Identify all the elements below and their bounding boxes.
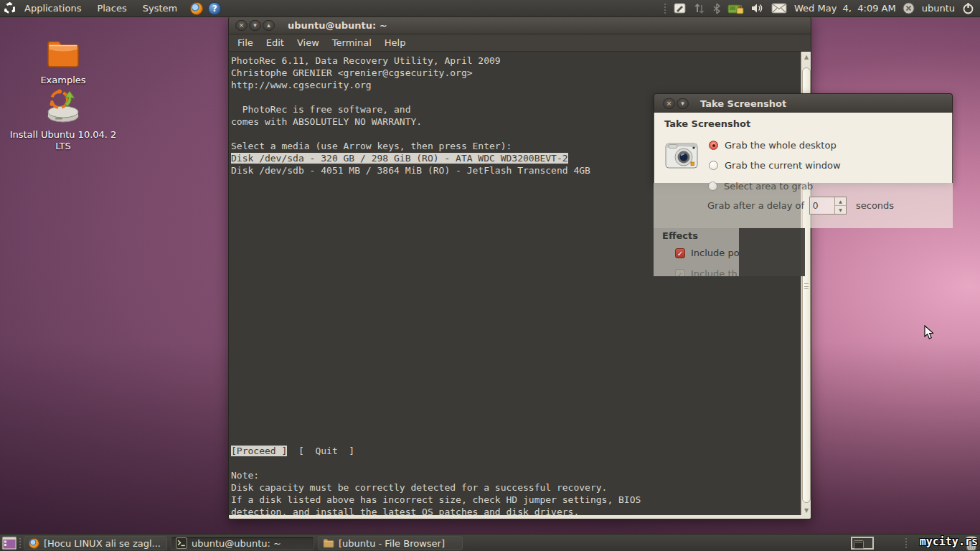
desktop-icon-examples[interactable]: Examples [20,39,106,86]
terminal-line: http://www.cgsecurity.org [231,79,372,91]
menu-file[interactable]: File [231,35,260,50]
maximize-icon[interactable]: ▴ [263,20,275,31]
taskbar-item-label: ubuntu@ubuntu: ~ [192,538,281,549]
camera-icon [665,141,699,169]
radio-icon[interactable] [708,182,717,191]
delay-spinbox[interactable]: ▲ ▼ [809,197,847,215]
radio-grab-whole-desktop[interactable]: Grab the whole desktop [709,140,837,151]
workspace-terminal-thumbnail [854,540,864,549]
terminal-line: Note: [231,469,259,481]
network-activity-icon[interactable] [693,2,706,15]
checkbox-include-pointer[interactable]: ✓ Include po [675,248,740,258]
firefox-icon [29,538,39,549]
delay-label: Grab after a delay of [654,200,804,211]
dialog-faded-section: Select area to grab Grab after a delay o… [654,183,953,228]
menu-view[interactable]: View [291,35,326,50]
checkbox-label: Include th [691,268,738,276]
terminal-line: Christophe GRENIER <grenier@cgsecurity.o… [231,67,473,79]
taskbar-item-label: [Hocu LINUX ali se zagl... [44,538,161,549]
firefox-launcher-icon[interactable] [190,2,203,15]
panel-grip[interactable] [905,538,908,548]
workspace-switcher[interactable] [851,537,874,550]
spin-down-icon[interactable]: ▼ [835,205,846,214]
terminal-line: Select a media (use Arrow keys, then pre… [231,140,512,152]
keyboard-indicator-icon[interactable] [674,2,687,15]
network-manager-icon[interactable] [727,2,745,15]
ubuntu-logo-icon[interactable] [3,2,16,15]
checkbox-checked-icon[interactable]: ✓ [675,269,685,277]
install-disk-icon [45,89,81,123]
terminal-line: Disk /dev/sda - 320 GB / 298 GiB (RO) - … [231,152,568,164]
scroll-up-icon[interactable]: ▲ [801,52,811,63]
dialog-titlebar[interactable]: × ▾ Take Screenshot [654,93,953,113]
terminal-titlebar[interactable]: × ▾ ▴ ubuntu@ubuntu: ~ [229,17,811,34]
mouse-cursor [924,325,936,341]
minimize-icon[interactable]: ▾ [677,98,689,109]
quit-button[interactable]: [ Quit ] [287,446,354,456]
spinner-buttons: ▲ ▼ [834,197,846,214]
dialog-title: Take Screenshot [700,98,786,109]
panel-grip[interactable] [19,538,22,548]
terminal-actions-row: [Proceed ] [ Quit ] [231,445,354,457]
delay-input[interactable] [810,197,834,214]
checkbox-checked-icon[interactable]: ✓ [675,248,685,258]
taskbar-item-file-browser[interactable]: [ubuntu - File Browser] [318,536,463,550]
menu-system[interactable]: System [136,1,184,16]
scrollbar-grip [804,283,809,289]
dialog-body: Take Screenshot Grab the whole desktop G… [654,113,953,183]
terminal-line: comes with ABSOLUTELY NO WARRANTY. [231,116,422,128]
terminal-line: PhotoRec is free software, and [231,103,410,116]
screenshot-dialog: × ▾ Take Screenshot Take Screenshot Grab… [654,93,953,183]
desktop-icon-label: Examples [20,75,106,86]
terminal-line: PhotoRec 6.11, Data Recovery Utility, Ap… [231,55,501,67]
power-session-icon[interactable] [961,2,974,15]
menu-terminal[interactable]: Terminal [326,35,378,50]
clock[interactable]: Wed May 4, 4:09 AM [794,3,896,14]
bluetooth-icon[interactable] [712,2,721,15]
disk-option-selected[interactable]: Disk /dev/sda - 320 GB / 298 GiB (RO) - … [231,153,568,164]
panel-menus: Applications Places System ? [0,1,221,16]
menu-applications[interactable]: Applications [17,1,88,16]
window-bottom-edge [229,515,811,519]
radio-label: Grab the whole desktop [725,140,837,151]
desktop-icon-label: Install Ubuntu 10.04. 2 LTS [2,129,124,152]
checkbox-include-border[interactable]: ✓ Include th [675,268,738,276]
show-desktop-button[interactable] [1,536,17,551]
effects-heading: Effects [662,230,698,241]
folder-icon [46,39,80,69]
close-icon[interactable]: × [663,98,675,109]
spin-up-icon[interactable]: ▲ [835,197,846,205]
radio-icon[interactable] [709,161,718,170]
menu-edit[interactable]: Edit [260,35,291,50]
menu-places[interactable]: Places [90,1,133,16]
help-launcher-icon[interactable]: ? [208,2,221,15]
delay-unit-label: seconds [856,200,894,211]
terminal-icon [176,537,187,549]
menu-help[interactable]: Help [378,35,413,50]
top-panel: Applications Places System ? Wed May 4, … [0,0,980,17]
watermark: mycity.rs [920,535,978,548]
panel-grip[interactable] [664,4,667,14]
desktop-icon-install-ubuntu[interactable]: Install Ubuntu 10.04. 2 LTS [2,89,124,152]
terminal-line: Disk capacity must be correctly detected… [231,481,607,494]
terminal-title: ubuntu@ubuntu: ~ [288,20,387,31]
radio-grab-current-window[interactable]: Grab the current window [709,160,841,171]
radio-label: Grab the current window [725,160,841,171]
radio-selected-icon[interactable] [709,141,718,150]
panel-indicators: Wed May 4, 4:09 AM ubuntu [664,2,980,15]
volume-icon[interactable] [751,2,764,15]
messages-envelope-icon[interactable] [771,2,788,15]
taskbar-item-label: [ubuntu - File Browser] [339,538,445,549]
disk-option[interactable]: Disk /dev/sdb - 4051 MB / 3864 MiB (RO) … [231,164,590,176]
username-menu[interactable]: ubuntu [922,3,955,14]
bottom-panel: [Hocu LINUX ali se zagl... ubuntu@ubuntu… [0,534,980,551]
radio-select-area[interactable]: Select area to grab [708,181,813,192]
close-icon[interactable]: × [235,20,248,31]
desktop: Examples Install Ubuntu 10.04. 2 LTS × ▾… [0,0,980,551]
proceed-button[interactable]: [Proceed ] [231,446,287,456]
me-menu-icon[interactable] [903,2,915,15]
taskbar-item-firefox[interactable]: [Hocu LINUX ali se zagl... [24,536,167,550]
dialog-heading: Take Screenshot [664,118,750,129]
minimize-icon[interactable]: ▾ [249,20,261,31]
taskbar-item-terminal[interactable]: ubuntu@ubuntu: ~ [171,536,314,550]
